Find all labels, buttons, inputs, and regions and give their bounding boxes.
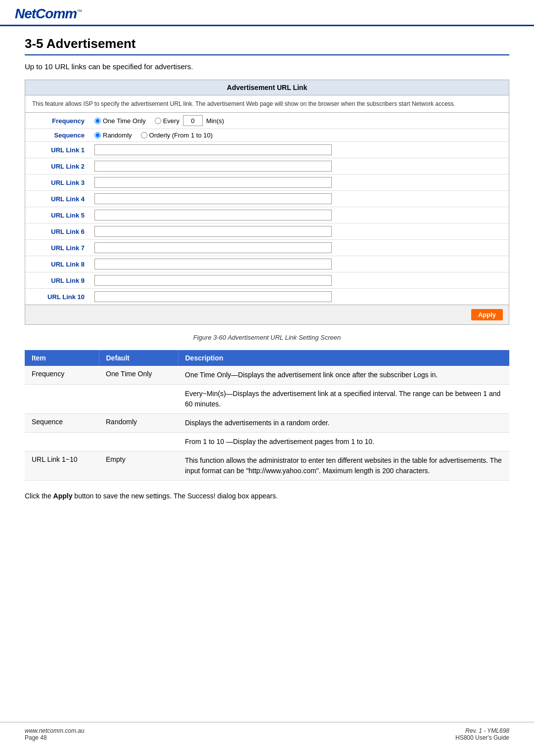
url-link-label-9: URL Link 9 bbox=[25, 272, 89, 289]
desc-table-header-row: Item Default Description bbox=[25, 350, 509, 366]
apply-bold: Apply bbox=[53, 492, 73, 500]
url-link-input-1[interactable] bbox=[94, 144, 332, 155]
description-table: Item Default Description Frequency One T… bbox=[25, 350, 509, 481]
sequence-orderly-radio[interactable] bbox=[141, 132, 147, 138]
desc-row-frequency-2: Every~Min(s)—Displays the advertisement … bbox=[25, 385, 509, 414]
footer-left: www.netcomm.com.au Page 48 bbox=[25, 727, 85, 741]
url-link-input-6[interactable] bbox=[94, 226, 332, 237]
header: NetComm™ bbox=[0, 0, 534, 26]
desc-default-url-link: Empty bbox=[99, 451, 178, 481]
frequency-one-time-option[interactable]: One Time Only bbox=[94, 117, 146, 125]
adv-form-table: Frequency One Time Only Every Min(s) bbox=[25, 113, 509, 305]
url-link-cell-6 bbox=[89, 223, 509, 240]
frequency-mins-label: Min(s) bbox=[206, 117, 224, 125]
url-link-cell-10 bbox=[89, 289, 509, 305]
desc-header-item: Item bbox=[25, 350, 99, 366]
bottom-note: Click the Apply button to save the new s… bbox=[25, 490, 509, 501]
url-link-input-10[interactable] bbox=[94, 291, 332, 302]
desc-item-frequency: Frequency bbox=[25, 366, 99, 385]
url-link-input-4[interactable] bbox=[94, 193, 332, 204]
frequency-every-label: Every bbox=[163, 117, 179, 125]
desc-desc-sequence-1: Displays the advertisements in a random … bbox=[178, 414, 509, 433]
url-link-row-4: URL Link 4 bbox=[25, 191, 509, 207]
sequence-radio-group: Randomly Orderly (From 1 to 10) bbox=[94, 132, 504, 139]
url-link-row-10: URL Link 10 bbox=[25, 289, 509, 305]
frequency-every-radio[interactable] bbox=[155, 118, 161, 124]
desc-desc-frequency-1: One Time Only—Displays the advertisement… bbox=[178, 366, 509, 385]
url-link-label-7: URL Link 7 bbox=[25, 240, 89, 256]
sequence-label: Sequence bbox=[25, 129, 89, 142]
desc-item-url-link: URL Link 1~10 bbox=[25, 451, 99, 481]
url-link-label-10: URL Link 10 bbox=[25, 289, 89, 305]
url-link-label-2: URL Link 2 bbox=[25, 158, 89, 175]
url-link-label-6: URL Link 6 bbox=[25, 223, 89, 240]
footer-rev: Rev. 1 - YML698 bbox=[455, 727, 509, 734]
url-link-input-2[interactable] bbox=[94, 161, 332, 172]
url-link-row-9: URL Link 9 bbox=[25, 272, 509, 289]
frequency-radio-group: One Time Only Every Min(s) bbox=[94, 115, 504, 126]
desc-default-sequence: Randomly bbox=[99, 414, 178, 433]
url-link-row-1: URL Link 1 bbox=[25, 142, 509, 158]
url-link-label-5: URL Link 5 bbox=[25, 207, 89, 223]
adv-url-link-panel: Advertisement URL Link This feature allo… bbox=[25, 80, 509, 325]
desc-row-url-link: URL Link 1~10 Empty This function allows… bbox=[25, 451, 509, 481]
desc-header-description: Description bbox=[178, 350, 509, 366]
desc-item-sequence: Sequence bbox=[25, 414, 99, 433]
footer-right: Rev. 1 - YML698 HS800 User's Guide bbox=[455, 727, 509, 741]
url-link-label-8: URL Link 8 bbox=[25, 256, 89, 272]
logo-text: NetComm bbox=[15, 6, 77, 21]
url-link-input-7[interactable] bbox=[94, 242, 332, 253]
url-link-label-3: URL Link 3 bbox=[25, 175, 89, 191]
url-link-row-6: URL Link 6 bbox=[25, 223, 509, 240]
desc-desc-frequency-2: Every~Min(s)—Displays the advertisement … bbox=[178, 385, 509, 414]
page-title: 3-5 Advertisement bbox=[25, 36, 509, 55]
url-link-cell-8 bbox=[89, 256, 509, 272]
sequence-orderly-label: Orderly (From 1 to 10) bbox=[149, 132, 213, 139]
url-link-row-8: URL Link 8 bbox=[25, 256, 509, 272]
frequency-row: Frequency One Time Only Every Min(s) bbox=[25, 113, 509, 129]
footer-page: Page 48 bbox=[25, 734, 85, 741]
desc-row-frequency-1: Frequency One Time Only One Time Only—Di… bbox=[25, 366, 509, 385]
desc-default-sequence-2 bbox=[99, 433, 178, 451]
apply-button[interactable]: Apply bbox=[471, 309, 503, 320]
frequency-one-time-label: One Time Only bbox=[103, 117, 146, 125]
url-link-cell-9 bbox=[89, 272, 509, 289]
apply-row: Apply bbox=[25, 305, 509, 324]
footer-guide: HS800 User's Guide bbox=[455, 734, 509, 741]
url-link-cell-1 bbox=[89, 142, 509, 158]
sequence-randomly-radio[interactable] bbox=[94, 132, 101, 138]
desc-row-sequence-1: Sequence Randomly Displays the advertise… bbox=[25, 414, 509, 433]
url-link-cell-7 bbox=[89, 240, 509, 256]
frequency-one-time-radio[interactable] bbox=[94, 118, 101, 124]
logo: NetComm™ bbox=[15, 6, 82, 22]
url-link-cell-3 bbox=[89, 175, 509, 191]
url-link-label-4: URL Link 4 bbox=[25, 191, 89, 207]
url-link-label-1: URL Link 1 bbox=[25, 142, 89, 158]
frequency-options: One Time Only Every Min(s) bbox=[89, 113, 509, 129]
footer: www.netcomm.com.au Page 48 Rev. 1 - YML6… bbox=[0, 722, 534, 746]
desc-item-sequence-2 bbox=[25, 433, 99, 451]
sequence-randomly-label: Randomly bbox=[103, 132, 132, 139]
frequency-every-option[interactable]: Every Min(s) bbox=[155, 115, 224, 126]
desc-item-frequency-2 bbox=[25, 385, 99, 414]
url-link-input-5[interactable] bbox=[94, 210, 332, 221]
desc-header-default: Default bbox=[99, 350, 178, 366]
intro-text: Up to 10 URL links can be specified for … bbox=[25, 62, 509, 71]
url-link-input-3[interactable] bbox=[94, 177, 332, 188]
main-content: 3-5 Advertisement Up to 10 URL links can… bbox=[0, 26, 534, 531]
figure-caption: Figure 3-60 Advertisement URL Link Setti… bbox=[25, 334, 509, 341]
url-link-input-9[interactable] bbox=[94, 275, 332, 286]
url-link-cell-2 bbox=[89, 158, 509, 175]
url-link-row-3: URL Link 3 bbox=[25, 175, 509, 191]
url-link-input-8[interactable] bbox=[94, 259, 332, 269]
footer-website: www.netcomm.com.au bbox=[25, 727, 85, 734]
url-link-row-7: URL Link 7 bbox=[25, 240, 509, 256]
sequence-randomly-option[interactable]: Randomly bbox=[94, 132, 132, 139]
sequence-orderly-option[interactable]: Orderly (From 1 to 10) bbox=[141, 132, 213, 139]
adv-description: This feature allows ISP to specify the a… bbox=[25, 95, 509, 113]
desc-row-sequence-2: From 1 to 10 —Display the advertisement … bbox=[25, 433, 509, 451]
desc-desc-sequence-2: From 1 to 10 —Display the advertisement … bbox=[178, 433, 509, 451]
frequency-label: Frequency bbox=[25, 113, 89, 129]
frequency-every-input[interactable] bbox=[183, 115, 203, 126]
sequence-options: Randomly Orderly (From 1 to 10) bbox=[89, 129, 509, 142]
